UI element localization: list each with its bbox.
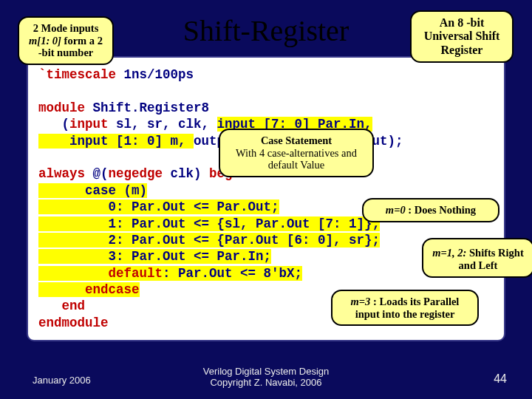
callout-mode-inputs: 2 Mode inputs m[1: 0] form a 2 -bit numb… (18, 16, 114, 65)
callout-m3: m=3 : Loads its Parallel input into the … (331, 290, 479, 326)
callout-em: m=1, 2: (432, 247, 466, 259)
code-hl: 1: Par.Out <= {sl, Par.Out [7: 1]}; (38, 216, 380, 231)
callout-case-statement: Case Statement With 4 case-alternatives … (219, 129, 374, 177)
code-text: module (38, 100, 93, 115)
footer-credit: Verilog Digital System Design Copyright … (0, 366, 532, 389)
callout-text: Shifts Right and Left (459, 247, 524, 271)
code-hl: default: Par.Out <= 8'bX; (38, 266, 302, 281)
callout-universal-register: An 8 -bit Universal Shift Register (410, 10, 514, 63)
code-text: input (69, 117, 116, 132)
code-text: always (38, 166, 93, 181)
callout-text: : Loads its Parallel input into the regi… (355, 296, 460, 320)
code-text: endcase (38, 282, 140, 297)
callout-em: m=3 (351, 296, 371, 307)
code-text: @( (93, 166, 109, 181)
code-text: end (38, 299, 85, 313)
callout-m12: m=1, 2: Shifts Right and Left (422, 238, 532, 278)
code-hl: 0: Par.Out <= Par.Out; (38, 200, 279, 214)
code-hl: input [1: 0] m, (38, 134, 194, 149)
code-hl: 3: Par.Out <= Par.In; (38, 249, 271, 264)
code-hl: 2: Par.Out <= {Par.Out [6: 0], sr}; (38, 233, 380, 248)
callout-m0: m=0 : Does Nothing (362, 198, 499, 222)
footer-line1: Verilog Digital System Design (0, 366, 532, 378)
code-text: : Par.Out <= 8'bX; (163, 266, 302, 281)
code-text: clk) (171, 166, 210, 181)
code-text: endmodule (38, 316, 109, 330)
footer-page-number: 44 (494, 372, 507, 386)
callout-text: 2 Mode inputs (33, 22, 99, 34)
callout-text: : Does Nothing (406, 204, 476, 216)
code-text: ( (38, 117, 69, 132)
callout-title: Case Statement (228, 134, 365, 147)
callout-sub: With 4 case-alternatives and default Val… (228, 147, 365, 171)
code-text: default (38, 266, 163, 281)
code-text: `timescale (38, 67, 124, 82)
code-text: ); (388, 134, 403, 149)
code-hl: endcase (38, 282, 140, 297)
callout-em: m[1: 0] (29, 35, 61, 47)
code-text: Shift.Register8 (93, 100, 210, 115)
code-text: negedge (109, 166, 171, 181)
code-text: sl, sr, clk, (116, 117, 209, 132)
callout-em: m=0 (386, 204, 406, 216)
code-hl: case (m) (38, 183, 147, 198)
footer-line2: Copyright Z. Navabi, 2006 (0, 377, 532, 389)
code-text: 1ns/100ps (124, 67, 194, 82)
